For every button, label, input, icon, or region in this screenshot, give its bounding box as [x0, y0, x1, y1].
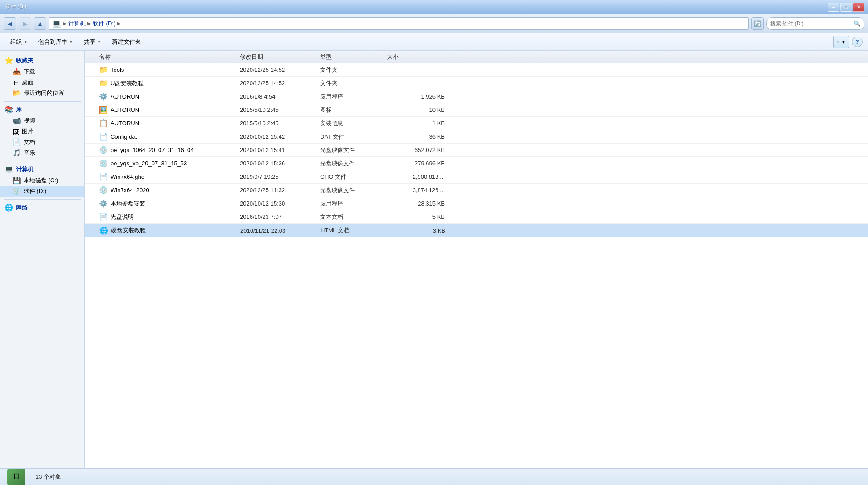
sidebar-item-desktop[interactable]: 🖥 桌面: [0, 77, 84, 88]
table-row[interactable]: 📁 U盘安装教程 2020/12/25 14:52 文件夹: [85, 77, 868, 90]
file-name-label: Win7x64_2020: [111, 187, 149, 193]
back-button[interactable]: ◀: [4, 17, 16, 30]
libraries-label: 库: [16, 106, 22, 114]
table-row[interactable]: 📁 Tools 2020/12/25 14:52 文件夹: [85, 63, 868, 77]
file-size-cell: 279,696 KB: [387, 160, 445, 167]
col-header-name[interactable]: 名称: [88, 53, 240, 61]
statusbar: 🖥 13 个对象: [0, 468, 868, 485]
organize-button[interactable]: 组织 ▼: [5, 35, 33, 49]
file-size-cell: 1,926 KB: [387, 93, 445, 100]
favorites-icon: ⭐: [4, 56, 13, 65]
file-name-label: AUTORUN: [111, 107, 139, 113]
new-folder-button[interactable]: 新建文件夹: [107, 35, 146, 49]
libraries-icon: 📚: [4, 105, 13, 114]
documents-icon: 📄: [12, 138, 21, 146]
file-type-cell: 光盘映像文件: [320, 186, 387, 194]
file-name-cell: ⚙️ 本地硬盘安装: [88, 199, 240, 208]
sidebar-item-recent[interactable]: 📂 最近访问的位置: [0, 88, 84, 99]
network-label: 网络: [16, 204, 28, 212]
desktop-icon: 🖥: [12, 79, 19, 86]
table-row[interactable]: 🌐 硬盘安装教程 2016/11/21 22:03 HTML 文档 3 KB: [85, 224, 868, 237]
file-type-icon: ⚙️: [99, 92, 108, 101]
file-name-cell: 🖼️ AUTORUN: [88, 106, 240, 114]
sidebar-item-pictures[interactable]: 🖼 图片: [0, 126, 84, 137]
music-label: 音乐: [24, 149, 35, 157]
refresh-button[interactable]: 🔄: [751, 17, 764, 30]
file-date-cell: 2020/12/25 11:32: [240, 187, 320, 193]
sidebar-item-documents[interactable]: 📄 文档: [0, 137, 84, 148]
view-button[interactable]: ≡ ▼: [833, 36, 849, 48]
sidebar-header-libraries[interactable]: 📚 库: [0, 103, 84, 115]
view-icon: ≡: [836, 39, 839, 45]
breadcrumb-sep-2: ▶: [87, 21, 91, 26]
file-date-cell: 2016/1/8 4:54: [240, 93, 320, 100]
table-row[interactable]: 💿 pe_yqs_xp_20_07_31_15_53 2020/10/12 15…: [85, 157, 868, 170]
sidebar-header-network[interactable]: 🌐 网络: [0, 201, 84, 214]
file-name-cell: 📁 U盘安装教程: [88, 79, 240, 87]
file-type-cell: DAT 文件: [320, 133, 387, 141]
maximize-button[interactable]: □: [840, 3, 852, 12]
table-row[interactable]: 🖼️ AUTORUN 2015/5/10 2:45 图标 10 KB: [85, 103, 868, 117]
col-header-size[interactable]: 大小: [387, 53, 445, 61]
favorites-label: 收藏夹: [16, 57, 33, 65]
sidebar: ⭐ 收藏夹 📥 下载 🖥 桌面 📂 最近访问的位置 📚 库: [0, 51, 85, 468]
table-row[interactable]: 📋 AUTORUN 2015/5/10 2:45 安装信息 1 KB: [85, 117, 868, 130]
up-button[interactable]: ▲: [34, 17, 46, 30]
breadcrumb-sep-3: ▶: [117, 21, 121, 26]
documents-label: 文档: [24, 138, 35, 146]
sidebar-item-drive-d[interactable]: 💿 软件 (D:): [0, 186, 84, 197]
sidebar-divider-3: [4, 199, 81, 200]
close-button[interactable]: ✕: [853, 3, 864, 12]
titlebar: 软件 (D:) ─ □ ✕: [0, 0, 868, 14]
table-row[interactable]: 💿 pe_yqs_1064_20_07_31_16_04 2020/10/12 …: [85, 144, 868, 157]
sidebar-item-music[interactable]: 🎵 音乐: [0, 148, 84, 158]
status-count: 13 个对象: [36, 473, 61, 481]
help-button[interactable]: ?: [852, 37, 863, 47]
pictures-label: 图片: [22, 127, 33, 136]
sidebar-divider-1: [4, 101, 81, 102]
sidebar-item-videos[interactable]: 📹 视频: [0, 115, 84, 126]
search-bar: 🔍: [766, 17, 864, 30]
sidebar-item-downloads[interactable]: 📥 下载: [0, 66, 84, 77]
downloads-label: 下载: [24, 68, 35, 76]
file-type-cell: 应用程序: [320, 93, 387, 101]
file-date-cell: 2016/10/23 7:07: [240, 214, 320, 220]
col-header-date[interactable]: 修改日期: [240, 53, 320, 61]
table-row[interactable]: 📄 Config.dat 2020/10/12 15:42 DAT 文件 36 …: [85, 130, 868, 144]
sidebar-header-favorites[interactable]: ⭐ 收藏夹: [0, 54, 84, 66]
include-label: 包含到库中: [38, 38, 67, 46]
include-library-button[interactable]: 包含到库中 ▼: [33, 35, 78, 49]
sidebar-section-libraries: 📚 库 📹 视频 🖼 图片 📄 文档 🎵 音乐: [0, 103, 84, 158]
minimize-button[interactable]: ─: [828, 3, 839, 12]
file-type-icon: 📄: [99, 173, 108, 181]
sidebar-item-drive-c[interactable]: 💾 本地磁盘 (C:): [0, 175, 84, 186]
col-name-label: 名称: [99, 53, 111, 61]
col-header-type[interactable]: 类型: [320, 53, 387, 61]
file-name-label: AUTORUN: [111, 93, 139, 100]
file-date-cell: 2016/11/21 22:03: [240, 227, 321, 234]
file-date-cell: 2020/10/12 15:41: [240, 147, 320, 153]
share-button[interactable]: 共享 ▼: [79, 35, 106, 49]
table-row[interactable]: ⚙️ AUTORUN 2016/1/8 4:54 应用程序 1,926 KB: [85, 90, 868, 103]
sidebar-section-favorites: ⭐ 收藏夹 📥 下载 🖥 桌面 📂 最近访问的位置: [0, 54, 84, 99]
drive-c-label: 本地磁盘 (C:): [24, 177, 58, 185]
breadcrumb-drive[interactable]: 软件 (D:): [93, 20, 115, 28]
organize-chevron: ▼: [24, 40, 28, 44]
sidebar-header-computer[interactable]: 💻 计算机: [0, 163, 84, 175]
drive-c-icon: 💾: [12, 177, 21, 185]
computer-icon: 💻: [52, 19, 61, 28]
table-row[interactable]: 📄 光盘说明 2016/10/23 7:07 文本文档 5 KB: [85, 210, 868, 224]
breadcrumb-computer[interactable]: 计算机: [68, 20, 86, 28]
table-row[interactable]: ⚙️ 本地硬盘安装 2020/10/12 15:30 应用程序 28,315 K…: [85, 197, 868, 210]
organize-label: 组织: [10, 38, 22, 46]
file-name-cell: 📄 Win7x64.gho: [88, 173, 240, 181]
search-input[interactable]: [770, 21, 852, 27]
table-row[interactable]: 📄 Win7x64.gho 2019/9/7 19:25 GHO 文件 2,90…: [85, 170, 868, 184]
file-date-cell: 2020/12/25 14:52: [240, 80, 320, 86]
file-name-label: 本地硬盘安装: [111, 200, 145, 208]
table-row[interactable]: 💿 Win7x64_2020 2020/12/25 11:32 光盘映像文件 3…: [85, 184, 868, 197]
forward-button[interactable]: ▶: [19, 17, 31, 30]
file-name-cell: 📁 Tools: [88, 66, 240, 74]
file-type-icon: 🖼️: [99, 106, 108, 114]
file-type-icon: 📄: [99, 132, 108, 141]
